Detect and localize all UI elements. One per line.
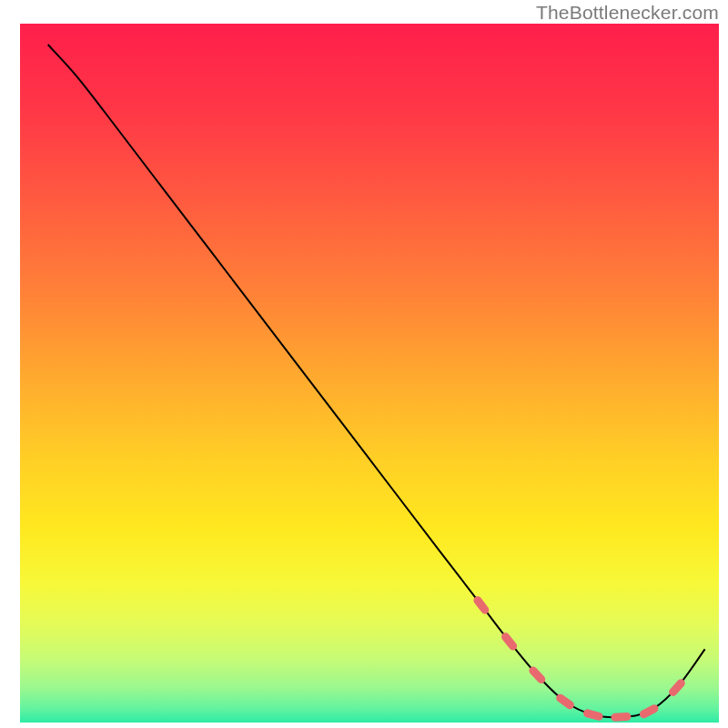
curve-marker <box>561 698 571 705</box>
curve-marker <box>587 713 599 716</box>
curve-marker <box>506 637 513 646</box>
curve-marker <box>643 709 654 714</box>
curve-marker <box>478 601 485 610</box>
chart-canvas: TheBottlenecker.com <box>0 0 728 728</box>
curve-marker <box>615 716 627 717</box>
plot-background <box>20 24 719 723</box>
bottleneck-plot <box>0 0 728 728</box>
